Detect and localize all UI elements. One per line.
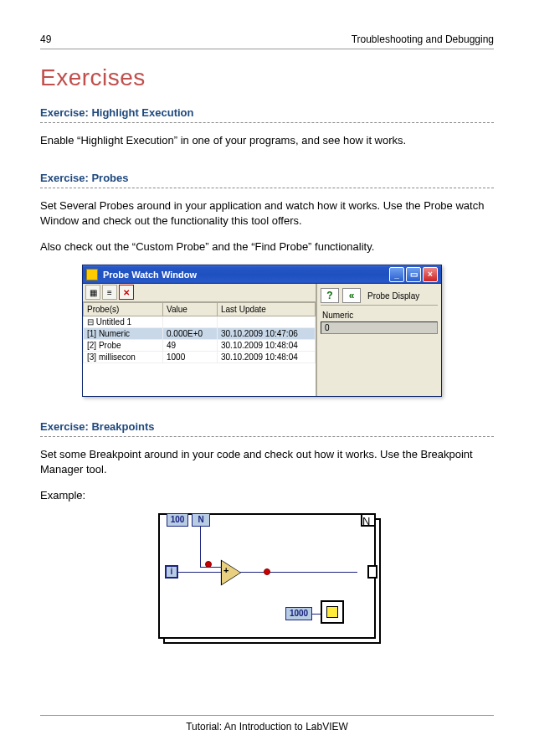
constant-1000: 1000 — [285, 607, 312, 620]
example-label: Example: — [40, 488, 494, 503]
block-diagram: 100 N N i + 1000 — [158, 513, 376, 639]
exercise-heading-probes: Exercise: Probes — [40, 172, 494, 188]
probe-list-pane: ▦ ≡ ✕ Probe(s) Value Last Update ⊟ Untit… — [83, 284, 317, 397]
tree-root-row[interactable]: ⊟ Untitled 1 — [84, 316, 316, 327]
window-title: Probe Watch Window — [103, 270, 388, 280]
exercise-body-highlight: Enable “Highlight Execution” in one of y… — [40, 133, 494, 148]
probe-field-label: Numeric — [322, 311, 438, 320]
exercise-body-breakpoints: Set some Breakpoint around in your code … — [40, 447, 494, 477]
page-footer: Tutorial: An Introduction to LabVIEW — [40, 715, 494, 733]
page-number: 49 — [40, 33, 51, 45]
breakpoint-dot[interactable] — [264, 568, 270, 575]
i-terminal: i — [165, 565, 178, 579]
page-title: Exercises — [40, 64, 494, 91]
help-button[interactable]: ? — [321, 288, 339, 303]
exercise-body-probes-1: Set Several Probes around in your applic… — [40, 198, 494, 229]
wait-node — [321, 600, 344, 624]
exercise-heading-breakpoints: Exercise: Breakpoints — [40, 420, 494, 437]
delete-probe-button[interactable]: ✕ — [119, 285, 134, 300]
probe-value-field[interactable]: 0 — [321, 321, 438, 334]
loop-n-corner: N — [361, 513, 376, 527]
col-updated[interactable]: Last Update — [218, 302, 316, 316]
constant-100: 100 — [167, 513, 188, 527]
n-terminal: N — [192, 513, 210, 527]
probe-display-label: Probe Display — [367, 291, 419, 301]
col-value[interactable]: Value — [163, 302, 218, 316]
probe-display-pane: ? « Probe Display Numeric 0 — [317, 284, 441, 397]
toolbar-button-1[interactable]: ▦ — [85, 285, 100, 300]
window-icon — [86, 269, 98, 280]
maximize-button[interactable]: ▭ — [406, 267, 421, 282]
toolbar-button-2[interactable]: ≡ — [102, 285, 117, 300]
table-row[interactable]: [3] millisecon 1000 30.10.2009 10:48:04 — [84, 351, 316, 363]
loop-tunnel — [367, 565, 377, 579]
page-header: 49 Troubleshooting and Debugging — [40, 33, 494, 49]
plus-icon: + — [223, 565, 228, 575]
close-button[interactable]: × — [423, 267, 438, 282]
probe-toolbar: ▦ ≡ ✕ — [83, 284, 316, 302]
window-titlebar[interactable]: Probe Watch Window _ ▭ × — [83, 265, 441, 284]
nav-back-button[interactable]: « — [342, 288, 361, 303]
exercise-heading-highlight: Exercise: Highlight Execution — [40, 106, 494, 123]
probe-table: Probe(s) Value Last Update ⊟ Untitled 1 … — [83, 302, 316, 397]
table-row[interactable]: [1] Numeric 0.000E+0 30.10.2009 10:47:06 — [84, 327, 316, 339]
chapter-title: Troubleshooting and Debugging — [352, 33, 494, 45]
minimize-button[interactable]: _ — [389, 267, 404, 282]
exercise-body-probes-2: Also check out the “Custom Probe” and th… — [40, 239, 494, 255]
col-probes[interactable]: Probe(s) — [84, 302, 163, 316]
probe-watch-window: Probe Watch Window _ ▭ × ▦ ≡ ✕ Probe(s) … — [82, 265, 442, 398]
table-row[interactable]: [2] Probe 49 30.10.2009 10:48:04 — [84, 339, 316, 351]
